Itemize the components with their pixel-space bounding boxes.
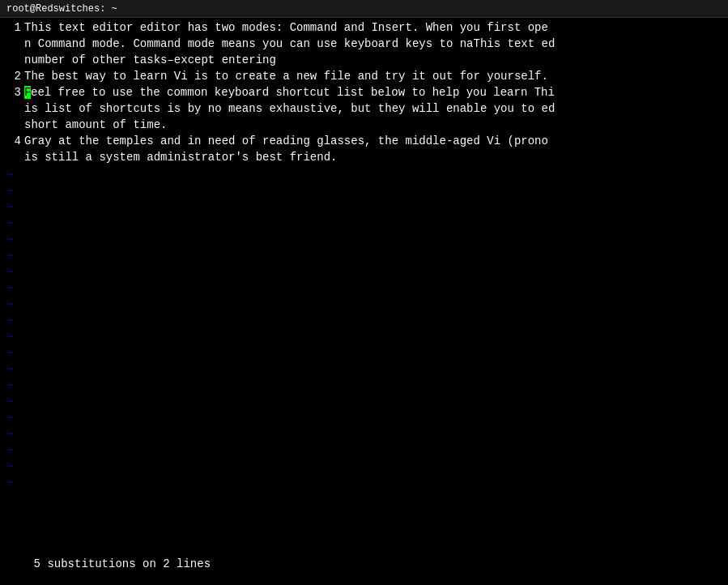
tilde-char-16: ~ <box>0 412 13 425</box>
tilde-char-14: ~ <box>0 379 13 392</box>
tilde-char-13: ~ <box>0 363 13 376</box>
line-3-cont1: is list of shortcuts is by no means exha… <box>0 102 728 118</box>
tilde-char-10: ~ <box>0 314 13 327</box>
tilde-char-9: ~ <box>0 298 13 311</box>
line-1: 1 This text editor editor has two modes:… <box>0 21 728 37</box>
tilde-17: ~ <box>0 426 728 442</box>
line-4-cont1: is still a system administrator's best f… <box>0 151 728 167</box>
tilde-15: ~ <box>0 394 728 410</box>
line-content-1: This text editor editor has two modes: C… <box>24 21 728 34</box>
tilde-18: ~ <box>0 442 728 459</box>
tilde-char-19: ~ <box>0 460 13 473</box>
title-text: root@Redswitches: ~ <box>6 3 117 15</box>
line-4: 4 Gray at the temples and in need of rea… <box>0 135 728 151</box>
line-content-3-cont1: is list of shortcuts is by no means exha… <box>24 102 728 115</box>
tilde-12: ~ <box>0 345 728 361</box>
tilde-13: ~ <box>0 361 728 378</box>
line-3-cont2: short amount of time. <box>0 118 728 135</box>
line-content-1-cont2: number of other tasks–except entering <box>24 53 728 66</box>
tilde-14: ~ <box>0 378 728 394</box>
tilde-char-1: ~ <box>0 169 13 181</box>
line-content-2: The best way to learn Vi is to create a … <box>24 70 728 83</box>
tilde-10: ~ <box>0 313 728 329</box>
line-3: 3 Feel free to use the common keyboard s… <box>0 86 728 102</box>
tilde-4: ~ <box>0 216 728 232</box>
tilde-char-18: ~ <box>0 444 13 457</box>
tilde-char-3: ~ <box>0 201 13 214</box>
tilde-11: ~ <box>0 329 728 345</box>
tilde-char-11: ~ <box>0 331 13 344</box>
tilde-char-15: ~ <box>0 395 13 408</box>
line-1-cont1: n Command mode. Command mode means you c… <box>0 37 728 53</box>
line-content-4-cont1: is still a system administrator's best f… <box>24 151 728 164</box>
tilde-3: ~ <box>0 199 728 216</box>
tilde-19: ~ <box>0 459 728 475</box>
tilde-char-6: ~ <box>0 250 13 263</box>
line-content-1-cont1: n Command mode. Command mode means you c… <box>24 37 728 50</box>
tilde-char-5: ~ <box>0 233 13 246</box>
tilde-1: ~ <box>0 167 728 183</box>
status-bar: 5 substitutions on 2 lines <box>0 543 728 585</box>
line-content-3-cont2: short amount of time. <box>24 118 728 131</box>
line-2: 2 The best way to learn Vi is to create … <box>0 70 728 86</box>
terminal-body: 1 This text editor editor has two modes:… <box>0 18 728 585</box>
tilde-char-12: ~ <box>0 347 13 360</box>
tilde-9: ~ <box>0 297 728 313</box>
line-content-4: Gray at the temples and in need of readi… <box>24 135 728 147</box>
line-number-2: 2 <box>0 70 24 83</box>
tilde-16: ~ <box>0 410 728 426</box>
cursor: F <box>24 86 31 99</box>
line-content-3: Feel free to use the common keyboard sho… <box>24 86 728 99</box>
title-bar: root@Redswitches: ~ <box>0 0 728 18</box>
tilde-char-17: ~ <box>0 428 13 441</box>
tilde-char-7: ~ <box>0 266 13 279</box>
tilde-char-8: ~ <box>0 282 13 295</box>
tilde-5: ~ <box>0 232 728 248</box>
line-number-3: 3 <box>0 86 24 99</box>
status-text: 5 substitutions on 2 lines <box>34 557 211 570</box>
line-number-1: 1 <box>0 21 24 34</box>
line-number-4: 4 <box>0 135 24 147</box>
tilde-8: ~ <box>0 280 728 297</box>
tilde-char-4: ~ <box>0 217 13 230</box>
line-1-cont2: number of other tasks–except entering <box>0 53 728 70</box>
tilde-char-2: ~ <box>0 185 13 198</box>
tilde-7: ~ <box>0 264 728 280</box>
tilde-char-20: ~ <box>0 476 13 489</box>
tilde-20: ~ <box>0 475 728 491</box>
tilde-6: ~ <box>0 248 728 264</box>
tilde-2: ~ <box>0 183 728 199</box>
